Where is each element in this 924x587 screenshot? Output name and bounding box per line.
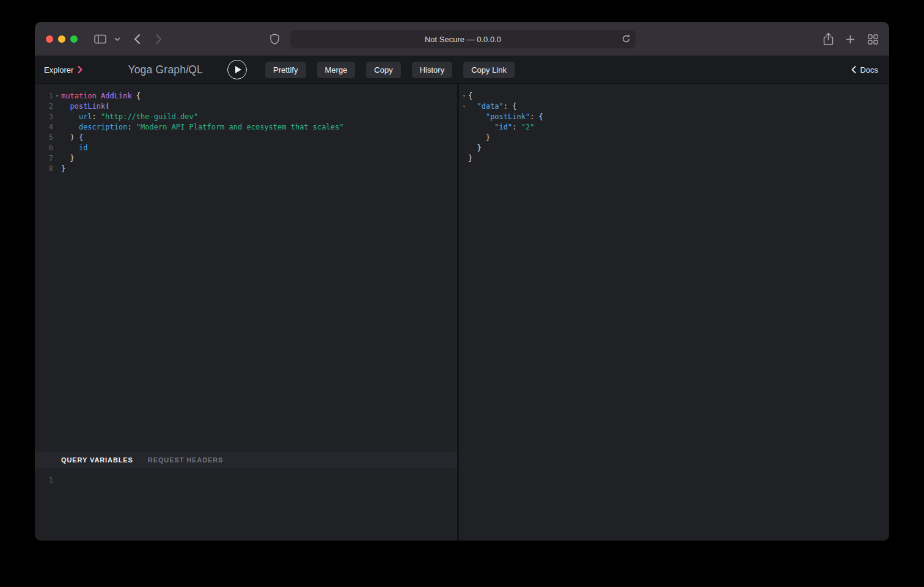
forward-icon[interactable]: [152, 22, 165, 56]
graphiql-toolbar: Explorer Yoga GraphiQL Prettify Merge Co…: [35, 56, 889, 84]
fold-arrow-icon: ▾: [460, 101, 468, 112]
close-window-button[interactable]: [46, 35, 53, 43]
code-line: 7 }: [35, 153, 457, 164]
code-line: ▾ "data": {: [459, 101, 889, 112]
chevron-left-icon: [851, 66, 856, 73]
address-bar[interactable]: Not Secure — 0.0.0.0: [290, 30, 636, 48]
back-icon[interactable]: [130, 22, 144, 56]
line-number: 1: [40, 91, 53, 101]
code-line: "postLink": {: [459, 112, 889, 122]
fold-arrow-icon: [53, 153, 61, 164]
browser-window: Not Secure — 0.0.0.0 Explorer Yoga Graph…: [35, 22, 889, 541]
line-number: 3: [40, 112, 53, 122]
response-viewer[interactable]: ▾{▾ "data": { "postLink": { "id": "2" } …: [459, 84, 889, 541]
tab-overview-icon[interactable]: [865, 22, 880, 56]
explorer-label: Explorer: [44, 65, 73, 75]
share-icon[interactable]: [821, 22, 835, 56]
code-line: ▾{: [459, 91, 889, 101]
line-number: 6: [40, 143, 53, 153]
code-line: 4 description: "Modern API Platform and …: [35, 122, 457, 133]
chevron-right-icon: [78, 66, 82, 73]
query-pane: 1▾mutation AddLink {2 postLink(3 url: "h…: [35, 84, 457, 541]
new-tab-icon[interactable]: [843, 22, 857, 56]
fold-arrow-icon: [53, 101, 61, 112]
fold-arrow-icon: [460, 143, 468, 153]
fold-arrow-icon: ▾: [53, 91, 61, 101]
code-line: }: [459, 133, 889, 143]
fold-arrow-icon: [460, 112, 468, 122]
code-line: }: [459, 143, 889, 153]
code-line: 6 id: [35, 143, 457, 153]
variables-tab-bar: QUERY VARIABLES REQUEST HEADERS: [35, 451, 457, 468]
fold-arrow-icon: [460, 122, 468, 133]
history-button[interactable]: History: [412, 62, 452, 78]
fold-arrow-icon: [53, 122, 61, 133]
code-line: "id": "2": [459, 122, 889, 133]
line-number: 7: [40, 153, 53, 164]
play-icon: [235, 66, 241, 73]
variables-editor[interactable]: 1: [35, 468, 457, 541]
code-line: 1▾mutation AddLink {: [35, 91, 457, 101]
toolbar-buttons: Prettify Merge Copy History Copy Link: [265, 62, 515, 78]
fold-arrow-icon: ▾: [460, 91, 468, 101]
browser-chrome: Not Secure — 0.0.0.0: [35, 22, 889, 56]
fold-arrow-icon: [53, 112, 61, 122]
code-line: }: [459, 153, 889, 164]
fold-arrow-icon: [53, 164, 61, 174]
code-line: 2 postLink(: [35, 101, 457, 112]
fold-arrow-icon: [460, 153, 468, 164]
code-line: 8}: [35, 164, 457, 174]
query-editor[interactable]: 1▾mutation AddLink {2 postLink(3 url: "h…: [35, 84, 457, 451]
tab-query-variables[interactable]: QUERY VARIABLES: [61, 456, 133, 464]
docs-toggle[interactable]: Docs: [851, 65, 878, 75]
explorer-toggle[interactable]: Explorer: [44, 65, 82, 75]
chevron-down-icon[interactable]: [112, 22, 122, 56]
fold-arrow-icon: [460, 133, 468, 143]
execute-query-button[interactable]: [227, 60, 247, 79]
line-number: 5: [40, 133, 53, 143]
zoom-window-button[interactable]: [70, 35, 78, 43]
minimize-window-button[interactable]: [58, 35, 65, 43]
privacy-shield-icon[interactable]: [268, 22, 281, 56]
line-number: 4: [40, 122, 53, 133]
tab-request-headers[interactable]: REQUEST HEADERS: [148, 456, 224, 464]
sidebar-toggle-icon[interactable]: [92, 22, 108, 56]
address-text: Not Secure — 0.0.0.0: [425, 35, 501, 44]
copy-link-button[interactable]: Copy Link: [463, 62, 515, 78]
reload-icon[interactable]: [622, 34, 631, 43]
docs-label: Docs: [860, 65, 878, 75]
copy-button[interactable]: Copy: [366, 62, 400, 78]
desktop: { "colors": { "kw": "#ff5794", "def": "#…: [0, 0, 924, 587]
code-line: 3 url: "http://the-guild.dev": [35, 112, 457, 122]
code-line: 1: [35, 475, 457, 486]
fold-arrow-icon: [53, 143, 61, 153]
fold-arrow-icon: [53, 133, 61, 143]
line-number: 2: [40, 101, 53, 112]
code-line: 5 ) {: [35, 133, 457, 143]
line-number: 1: [40, 475, 53, 486]
prettify-button[interactable]: Prettify: [265, 62, 306, 78]
merge-button[interactable]: Merge: [317, 62, 356, 78]
page-title: Yoga GraphiQL: [128, 64, 203, 76]
line-number: 8: [40, 164, 53, 174]
main-area: 1▾mutation AddLink {2 postLink(3 url: "h…: [35, 84, 889, 541]
